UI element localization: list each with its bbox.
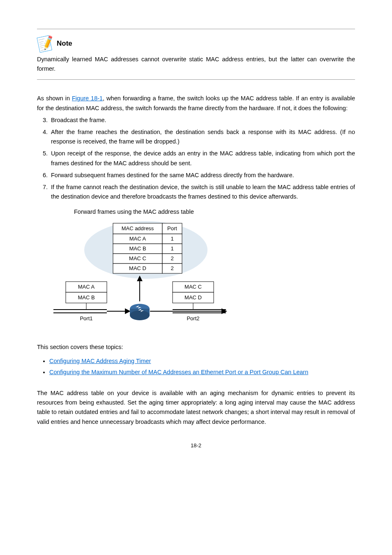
- port-label: Port2: [187, 315, 199, 321]
- tbl-hdr-port: Port: [167, 225, 177, 231]
- intro-paragraph: As shown in Figure 18-1, when forwarding…: [37, 94, 355, 113]
- tbl-cell: 2: [171, 265, 173, 271]
- tbl-cell: 1: [171, 245, 173, 252]
- topic-list: Configuring MAC Address Aging Timer Conf…: [37, 356, 355, 377]
- svg-point-27: [130, 310, 150, 320]
- tbl-cell: MAC D: [129, 265, 146, 271]
- list-item: Upon receipt of the response, the device…: [49, 149, 355, 168]
- host-label: MAC C: [184, 284, 202, 290]
- note-bottom-rule: [37, 79, 355, 80]
- note-icon: 📝: [36, 35, 55, 52]
- host-label: MAC B: [78, 294, 95, 301]
- figure-diagram: MAC address Port MAC A 1 MAC B 1 MAC C 2…: [49, 219, 355, 326]
- list-item: Configuring the Maximum Number of MAC Ad…: [49, 368, 355, 377]
- tbl-hdr-mac: MAC address: [122, 225, 154, 231]
- list-item: If the frame cannot reach the destinatio…: [49, 183, 355, 201]
- tbl-cell: MAC C: [129, 255, 146, 261]
- port-label: Port1: [80, 315, 92, 321]
- figure-link[interactable]: Figure 18-1: [72, 95, 103, 102]
- section-intro: This section covers these topics:: [37, 342, 355, 352]
- note-header: 📝 Note: [37, 37, 355, 51]
- tbl-cell: 2: [171, 255, 173, 261]
- note-text: Dynamically learned MAC addresses cannot…: [37, 55, 355, 74]
- list-item: After the frame reaches the destination,…: [49, 127, 355, 146]
- topic-link[interactable]: Configuring MAC Address Aging Timer: [49, 358, 151, 364]
- topic-link[interactable]: Configuring the Maximum Number of MAC Ad…: [49, 369, 308, 375]
- note-label: Note: [57, 38, 72, 51]
- host-label: MAC A: [78, 284, 95, 290]
- numbered-list: Broadcast the frame. After the frame rea…: [37, 116, 355, 202]
- tbl-cell: 1: [171, 236, 173, 242]
- page-number: 18-2: [37, 442, 355, 450]
- list-item: Configuring MAC Address Aging Timer: [49, 356, 355, 366]
- tbl-cell: MAC B: [129, 245, 146, 252]
- host-label: MAC D: [184, 294, 202, 301]
- switch-icon: [130, 304, 150, 320]
- intro-a: As shown in: [37, 95, 72, 102]
- list-item: Broadcast the frame.: [49, 116, 355, 125]
- top-rule: [37, 29, 355, 29]
- tbl-cell: MAC A: [129, 236, 146, 242]
- figure-caption: Forward frames using the MAC address tab…: [74, 207, 355, 217]
- aging-paragraph: The MAC address table on your device is …: [37, 388, 355, 427]
- list-item: Forward subsequent frames destined for t…: [49, 171, 355, 180]
